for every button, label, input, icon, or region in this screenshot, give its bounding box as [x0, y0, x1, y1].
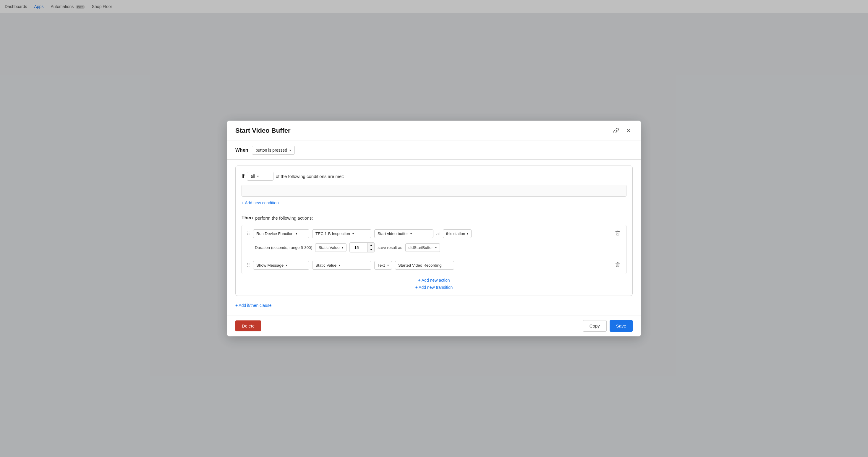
- conditions-area: [242, 185, 626, 196]
- when-trigger-label: button is pressed: [256, 148, 287, 153]
- add-action-button[interactable]: + Add new action: [242, 278, 626, 283]
- duration-spinners: ▲ ▼: [368, 243, 374, 252]
- action-row-1-main: ⠿ Run Device Function ▾ TEC 1-B Inspecti…: [242, 225, 626, 242]
- modal-header-actions: [612, 126, 633, 135]
- action-row-2: ⠿ Show Message ▾ Static Value ▾ Text ▾: [242, 256, 626, 274]
- result-var-dropdown[interactable]: didStartBuffer ▾: [405, 243, 440, 252]
- when-trigger-dropdown[interactable]: button is pressed ▾: [252, 146, 295, 155]
- chevron-down-icon: ▾: [289, 149, 291, 152]
- station-label-1: this station: [446, 232, 465, 236]
- modal-dialog: Start Video Buffer When: [227, 121, 641, 336]
- divider: [242, 211, 626, 211]
- increment-button[interactable]: ▲: [368, 243, 374, 247]
- action-type-dropdown-1[interactable]: Run Device Function ▾: [253, 230, 309, 238]
- modal-header: Start Video Buffer: [227, 121, 641, 141]
- save-button[interactable]: Save: [610, 320, 633, 332]
- duration-label: Duration (seconds, range 5-300): [255, 245, 312, 250]
- chevron-down-icon: ▾: [387, 264, 389, 267]
- then-header: Then perform the following actions:: [242, 215, 626, 220]
- function-label-1: Start video buffer: [377, 232, 408, 236]
- value-type-dropdown-2[interactable]: Static Value ▾: [312, 261, 371, 270]
- text-type-dropdown-2[interactable]: Text ▾: [374, 261, 392, 270]
- device-dropdown-1[interactable]: TEC 1-B Inspection ▾: [312, 230, 371, 238]
- text-type-label-2: Text: [377, 263, 385, 268]
- message-input-2[interactable]: [395, 261, 454, 270]
- value-type-label-2: Static Value: [315, 263, 336, 268]
- action-type-label-1: Run Device Function: [256, 232, 293, 236]
- then-desc: perform the following actions:: [255, 215, 313, 220]
- delete-button[interactable]: Delete: [235, 321, 261, 331]
- copy-button[interactable]: Copy: [583, 320, 607, 332]
- all-label: all: [251, 174, 255, 179]
- if-row: If all ▾ of the following conditions are…: [242, 172, 626, 181]
- footer-right: Copy Save: [583, 320, 633, 332]
- save-result-label: save result as: [377, 245, 402, 250]
- action-row-1-sub: Duration (seconds, range 5-300) Static V…: [242, 242, 626, 256]
- add-actions-area: + Add new action + Add new transition: [242, 278, 626, 290]
- actions-container: ⠿ Run Device Function ▾ TEC 1-B Inspecti…: [242, 225, 626, 274]
- chevron-down-icon: ▾: [435, 246, 437, 249]
- drag-handle-1[interactable]: ⠿: [247, 231, 250, 237]
- add-transition-button[interactable]: + Add new transition: [242, 285, 626, 290]
- modal-overlay: Start Video Buffer When: [0, 0, 868, 457]
- chevron-down-icon: ▾: [339, 264, 340, 267]
- action-row-1: ⠿ Run Device Function ▾ TEC 1-B Inspecti…: [242, 225, 626, 256]
- action-type-label-2: Show Message: [256, 263, 283, 268]
- then-keyword: Then: [242, 215, 253, 220]
- modal-footer: Delete Copy Save: [227, 315, 641, 336]
- duration-type-label: Static Value: [318, 245, 339, 250]
- at-label-1: at: [436, 232, 440, 236]
- modal-body: If all ▾ of the following conditions are…: [227, 160, 641, 315]
- chevron-down-icon: ▾: [296, 232, 297, 235]
- when-section: When button is pressed ▾: [227, 141, 641, 160]
- action-type-dropdown-2[interactable]: Show Message ▾: [253, 261, 309, 270]
- station-dropdown-1[interactable]: this station ▾: [443, 230, 472, 238]
- of-conditions-text: of the following conditions are met:: [276, 174, 344, 179]
- modal-title: Start Video Buffer: [235, 127, 290, 134]
- when-label: When: [235, 148, 248, 153]
- chevron-down-icon: ▾: [286, 264, 287, 267]
- chevron-down-icon: ▾: [257, 175, 259, 178]
- duration-value-input[interactable]: 15 ▲ ▼: [349, 242, 375, 252]
- link-icon-button[interactable]: [612, 126, 620, 135]
- delete-action-2-button[interactable]: [614, 261, 621, 270]
- device-label-1: TEC 1-B Inspection: [315, 232, 350, 236]
- duration-type-dropdown[interactable]: Static Value ▾: [315, 243, 346, 252]
- delete-action-1-button[interactable]: [614, 229, 621, 238]
- chevron-down-icon: ▾: [410, 232, 412, 235]
- duration-number-field[interactable]: 15: [350, 244, 368, 251]
- decrement-button[interactable]: ▼: [368, 247, 374, 252]
- add-if-then-button[interactable]: + Add if/then clause: [235, 303, 272, 308]
- chevron-down-icon: ▾: [352, 232, 354, 235]
- chevron-down-icon: ▾: [467, 232, 468, 235]
- close-icon-button[interactable]: [624, 126, 633, 135]
- function-dropdown-1[interactable]: Start video buffer ▾: [374, 230, 433, 238]
- chevron-down-icon: ▾: [342, 246, 343, 249]
- if-keyword: If: [242, 174, 245, 179]
- add-condition-button[interactable]: + Add new condition: [242, 201, 279, 205]
- drag-handle-2[interactable]: ⠿: [247, 263, 250, 268]
- result-var-label: didStartBuffer: [409, 245, 433, 250]
- all-dropdown[interactable]: all ▾: [247, 172, 274, 181]
- clause-card: If all ▾ of the following conditions are…: [235, 165, 633, 296]
